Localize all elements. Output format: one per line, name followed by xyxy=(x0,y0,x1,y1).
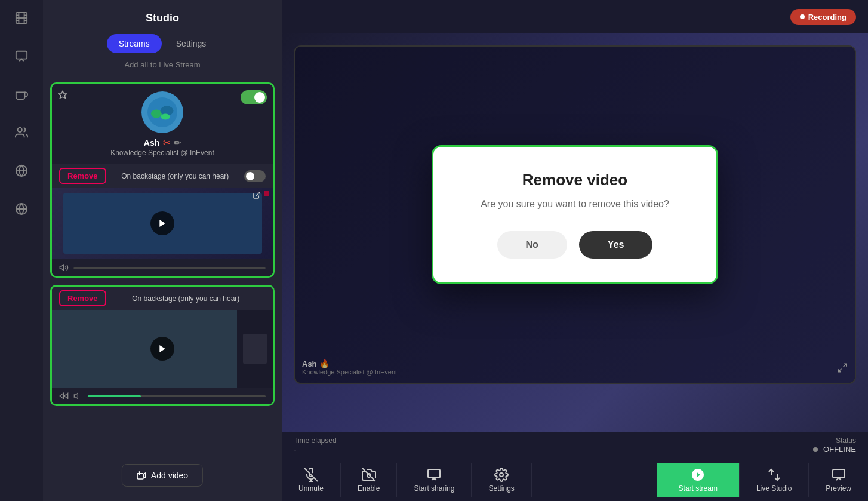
recording-label: Recording xyxy=(808,13,847,21)
toolbar-settings[interactable]: Settings xyxy=(472,463,531,497)
status-value: OFFLINE xyxy=(813,445,856,454)
audio-bar-line-2 xyxy=(88,395,266,397)
video-preview-2 xyxy=(52,310,273,388)
video-main-frame: Ash 🔥 Knowledge Specialist @ InEvent Rem… xyxy=(294,45,856,384)
tab-streams[interactable]: Streams xyxy=(107,34,162,53)
svg-line-31 xyxy=(362,468,375,481)
svg-point-13 xyxy=(151,110,162,118)
stream-card-2-outline: Remove On backstage (only you can hear) xyxy=(50,285,275,406)
live-studio-label: Live Studio xyxy=(756,484,792,493)
live-dot-1 xyxy=(264,191,269,196)
settings-label: Settings xyxy=(488,484,514,493)
enable-label: Enable xyxy=(358,484,380,493)
remove-button-2[interactable]: Remove xyxy=(59,290,106,306)
offline-text: OFFLINE xyxy=(823,445,856,454)
sidebar-icon-coffee[interactable] xyxy=(10,82,33,106)
volume-icon-2[interactable] xyxy=(73,391,83,401)
add-video-button[interactable]: Add video xyxy=(122,464,203,487)
svg-line-18 xyxy=(256,192,260,196)
dialog-buttons: No Yes xyxy=(463,231,687,259)
sidebar-icon-film[interactable] xyxy=(10,6,33,30)
avatar-1 xyxy=(141,91,183,133)
svg-marker-23 xyxy=(74,393,78,398)
backstage-label-1: On backstage (only you can hear) xyxy=(106,172,244,180)
backstage-label-2: On backstage (only you can hear) xyxy=(106,294,266,303)
start-stream-label: Start stream xyxy=(679,484,718,493)
toolbar-preview[interactable]: Preview xyxy=(809,463,868,497)
backstage-row-2: Remove On backstage (only you can hear) xyxy=(52,287,273,310)
backstage-toggle-1[interactable] xyxy=(244,170,266,182)
time-elapsed-section: Time elapsed - xyxy=(294,437,337,454)
svg-marker-20 xyxy=(159,345,165,352)
backstage-row-1: Remove On backstage (only you can hear) xyxy=(52,164,273,188)
rec-dot xyxy=(800,14,805,19)
main-content: Recording Ash 🔥 Knowle xyxy=(282,0,868,501)
toolbar-unmute[interactable]: Unmute xyxy=(282,463,341,497)
start-stream-icon xyxy=(691,468,705,482)
left-panel: Studio Streams Settings Add all to Live … xyxy=(43,0,282,501)
stream-card-1-outline: Ash ✂ ✏ Knowledge Specialist @ InEvent R… xyxy=(50,82,275,278)
svg-rect-8 xyxy=(16,51,27,59)
thumb-mini-2 xyxy=(243,334,267,364)
toolbar-start-sharing[interactable]: Start sharing xyxy=(397,463,472,497)
preview-icon xyxy=(832,468,846,482)
volume-icon-1[interactable] xyxy=(59,263,69,272)
audio-bar-2 xyxy=(52,388,273,404)
video-preview-1 xyxy=(52,188,273,259)
status-section: Status OFFLINE xyxy=(813,437,856,454)
svg-marker-17 xyxy=(159,220,165,227)
svg-rect-24 xyxy=(137,474,143,479)
edit-icon[interactable]: ✂ xyxy=(163,138,170,147)
stream-toggle[interactable] xyxy=(241,90,267,104)
dialog-yes-button[interactable]: Yes xyxy=(579,231,653,259)
preview-label: Preview xyxy=(826,484,851,493)
panel-title: Studio xyxy=(55,12,270,24)
sidebar-icon-users[interactable] xyxy=(10,121,33,145)
recording-badge: Recording xyxy=(790,9,856,25)
sidebar-icon-group[interactable] xyxy=(10,197,33,221)
toolbar-live-studio[interactable]: Live Studio xyxy=(740,463,809,497)
tab-row: Streams Settings xyxy=(55,34,270,53)
unmute-icon xyxy=(304,468,318,482)
toolbar-enable[interactable]: Enable xyxy=(341,463,397,497)
video-area: Ash 🔥 Knowledge Specialist @ InEvent Rem… xyxy=(282,33,868,432)
top-bar: Recording xyxy=(282,0,868,33)
sidebar-icon-monitor[interactable] xyxy=(10,44,33,68)
live-studio-icon xyxy=(767,468,781,482)
stream-card-2: Remove On backstage (only you can hear) xyxy=(52,287,273,404)
audio-bar-fill-2 xyxy=(88,395,141,397)
svg-point-34 xyxy=(500,473,503,477)
svg-marker-19 xyxy=(60,265,63,270)
panel-scroll: Ash ✂ ✏ Knowledge Specialist @ InEvent R… xyxy=(43,82,282,501)
audio-bar-line-1 xyxy=(73,267,266,269)
svg-point-16 xyxy=(161,114,170,120)
svg-marker-22 xyxy=(64,393,68,398)
rewind-icon-2[interactable] xyxy=(59,391,69,401)
dialog-overlay: Remove video Are you sure you want to re… xyxy=(295,47,855,383)
offline-dot xyxy=(813,447,818,452)
toggle-wrap[interactable] xyxy=(241,90,267,104)
pencil-icon[interactable]: ✏ xyxy=(174,138,181,147)
dialog-description: Are you sure you want to remove this vid… xyxy=(463,199,687,210)
play-button-1[interactable] xyxy=(150,211,174,235)
status-row: Time elapsed - Status OFFLINE xyxy=(282,432,868,459)
play-button-2[interactable] xyxy=(150,337,174,361)
tab-settings[interactable]: Settings xyxy=(164,34,218,53)
video-bg: Ash 🔥 Knowledge Specialist @ InEvent Rem… xyxy=(282,33,868,432)
user-name-row-1: Ash ✂ ✏ xyxy=(144,138,181,147)
svg-rect-32 xyxy=(428,469,440,478)
settings-icon xyxy=(494,468,509,482)
thumb-right-2 xyxy=(237,310,273,388)
external-link-1[interactable] xyxy=(253,191,261,202)
remove-button-1[interactable]: Remove xyxy=(59,168,106,184)
enable-icon xyxy=(362,468,376,482)
bottom-toolbar: Unmute Enable Start sharing xyxy=(282,459,868,501)
time-elapsed-value: - xyxy=(294,445,337,454)
user-name-1: Ash xyxy=(144,138,159,147)
svg-marker-21 xyxy=(60,393,63,398)
sidebar-icon-globe[interactable] xyxy=(10,159,33,183)
pin-icon[interactable] xyxy=(58,90,67,102)
dialog-no-button[interactable]: No xyxy=(497,231,567,259)
dialog-title: Remove video xyxy=(463,171,687,189)
toolbar-start-stream[interactable]: Start stream xyxy=(657,463,740,497)
